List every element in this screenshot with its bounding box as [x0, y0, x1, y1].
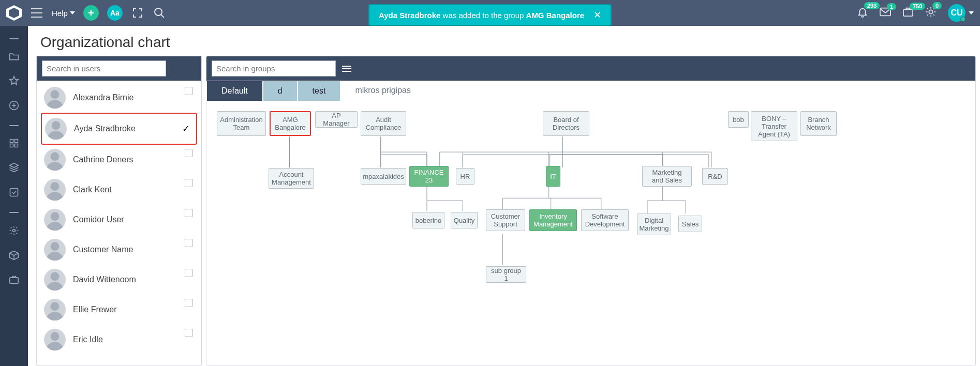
- node-hr[interactable]: HR: [456, 168, 474, 185]
- svg-rect-9: [10, 189, 18, 196]
- user-name: David Wittenoom: [73, 275, 194, 284]
- avatar-icon: [45, 118, 67, 140]
- user-name: Customer Name: [73, 245, 194, 254]
- help-label: Help: [52, 9, 68, 18]
- close-icon[interactable]: ✕: [593, 9, 601, 21]
- notifications-button[interactable]: 293: [857, 6, 868, 20]
- bell-badge: 293: [864, 2, 880, 9]
- tabs: Defaultdtestmikros prigipas: [206, 81, 975, 101]
- user-row[interactable]: David Wittenoom: [41, 265, 197, 295]
- search-icon[interactable]: [153, 6, 166, 20]
- user-checkbox[interactable]: [185, 87, 193, 95]
- node-ap-manager[interactable]: AP Manager: [315, 111, 358, 128]
- nav-separator: [9, 212, 19, 213]
- user-row[interactable]: Alexandra Birnie: [41, 83, 197, 113]
- svg-rect-8: [15, 144, 18, 147]
- node-marketing-sales[interactable]: Marketing and Sales: [642, 166, 692, 187]
- svg-point-3: [929, 10, 932, 13]
- folder-icon[interactable]: [9, 52, 19, 63]
- node-amg-bangalore[interactable]: AMG Bangalore: [270, 111, 311, 136]
- plus-circle-icon[interactable]: [9, 100, 19, 113]
- svg-rect-2: [903, 9, 913, 16]
- user-row[interactable]: Eric Idle: [41, 325, 197, 355]
- search-groups-input[interactable]: [212, 60, 336, 77]
- tab[interactable]: test: [298, 81, 341, 101]
- node-quality[interactable]: Quality: [451, 212, 478, 228]
- node-sub-group[interactable]: sub group 1: [486, 266, 526, 283]
- toast-text: Ayda Stradbroke was added to the group A…: [379, 11, 584, 20]
- side-nav: [0, 26, 28, 366]
- svg-point-14: [51, 152, 60, 161]
- mail-button[interactable]: 1: [880, 7, 891, 19]
- node-branch-network[interactable]: Branch Network: [800, 111, 837, 136]
- node-boberino[interactable]: boberino: [412, 212, 444, 228]
- node-mpaxalakides[interactable]: mpaxalakides: [361, 168, 406, 185]
- menu-icon[interactable]: [342, 66, 351, 72]
- user-row[interactable]: Customer Name: [41, 235, 197, 265]
- node-bony[interactable]: BONY – Transfer Agent (TA): [751, 111, 797, 141]
- fullscreen-icon[interactable]: [131, 6, 144, 20]
- node-bob[interactable]: bob: [728, 111, 749, 128]
- aa-button[interactable]: Aa: [107, 5, 123, 21]
- toast-user: Ayda Stradbroke: [379, 11, 440, 20]
- user-menu[interactable]: CU: [948, 4, 974, 22]
- chart-area[interactable]: Administration Team AMG Bangalore AP Man…: [206, 101, 975, 365]
- user-name: Ellie Frewer: [73, 305, 194, 314]
- user-checkbox[interactable]: [185, 239, 193, 247]
- user-name: Clark Kent: [73, 185, 194, 194]
- checkbox-icon[interactable]: [9, 187, 19, 200]
- gear-icon[interactable]: [9, 225, 19, 238]
- user-checkbox[interactable]: [185, 299, 193, 307]
- user-row[interactable]: Ayda Stradbroke ✓: [41, 113, 197, 145]
- help-menu[interactable]: Help: [52, 9, 75, 18]
- user-row[interactable]: Ellie Frewer: [41, 295, 197, 325]
- search-users-input[interactable]: [42, 60, 166, 77]
- user-checkbox[interactable]: [185, 329, 193, 337]
- chevron-down-icon: [70, 11, 75, 14]
- node-rd[interactable]: R&D: [702, 168, 728, 185]
- grid-icon[interactable]: [9, 139, 19, 150]
- svg-rect-5: [10, 140, 13, 143]
- node-customer-support[interactable]: Customer Support: [486, 209, 525, 231]
- tab[interactable]: mikros prigipas: [340, 81, 425, 101]
- add-button[interactable]: +: [83, 5, 99, 21]
- tab[interactable]: d: [263, 81, 298, 101]
- briefcase-button[interactable]: 750: [902, 7, 914, 19]
- layers-icon[interactable]: [9, 162, 19, 175]
- user-checkbox[interactable]: [185, 149, 193, 157]
- hamburger-icon[interactable]: [30, 6, 43, 20]
- node-software-dev[interactable]: Software Development: [581, 209, 629, 231]
- user-row[interactable]: Cathrine Deners: [41, 145, 197, 175]
- node-inventory-mgmt[interactable]: Inventory Management: [529, 209, 577, 231]
- node-admin-team[interactable]: Administration Team: [217, 111, 266, 136]
- avatar-icon: [44, 179, 66, 201]
- node-it[interactable]: IT: [546, 166, 560, 187]
- briefcase-icon[interactable]: [9, 275, 19, 286]
- user-row[interactable]: Clark Kent: [41, 175, 197, 205]
- user-checkbox[interactable]: [185, 269, 193, 277]
- chart-connectors: [206, 101, 975, 362]
- svg-rect-11: [10, 278, 18, 283]
- chart-panel: Defaultdtestmikros prigipas: [206, 56, 976, 366]
- box-icon[interactable]: [9, 250, 19, 263]
- node-digital-marketing[interactable]: Digital Marketing: [637, 213, 671, 235]
- user-row[interactable]: Comidor User: [41, 205, 197, 235]
- tab[interactable]: Default: [206, 81, 263, 101]
- brightness-button[interactable]: 0: [925, 6, 937, 20]
- nav-separator: [9, 125, 19, 126]
- avatar-icon: [44, 269, 66, 291]
- node-audit-compliance[interactable]: Audit Compliance: [361, 111, 406, 136]
- svg-point-17: [51, 242, 60, 251]
- star-icon[interactable]: [9, 75, 19, 88]
- users-panel: Alexandra Birnie Ayda Stradbroke ✓ Cathr…: [36, 56, 202, 366]
- mail-badge: 1: [887, 3, 896, 10]
- user-checkbox[interactable]: [185, 179, 193, 187]
- node-sales[interactable]: Sales: [678, 216, 702, 232]
- toast-group: AMG Bangalore: [526, 11, 585, 20]
- node-account-management[interactable]: Account Management: [269, 168, 314, 189]
- user-checkbox[interactable]: [185, 209, 193, 217]
- user-name: Eric Idle: [73, 335, 194, 344]
- node-finance[interactable]: FINANCE 23: [409, 166, 449, 187]
- chevron-down-icon: [969, 11, 974, 14]
- node-board-directors[interactable]: Board of Directors: [543, 111, 589, 136]
